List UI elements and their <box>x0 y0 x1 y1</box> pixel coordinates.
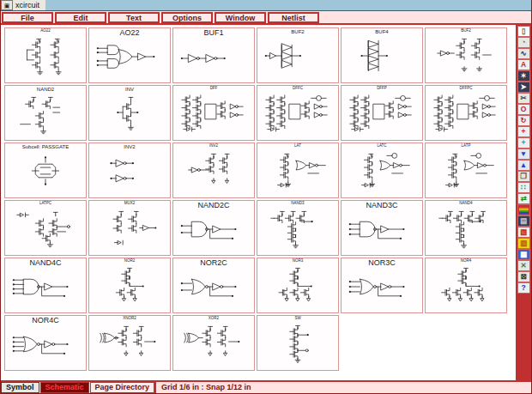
push-icon[interactable]: ▼ <box>517 149 530 160</box>
pop-icon[interactable]: ▲ <box>517 160 530 171</box>
window-title: xcircuit <box>13 0 45 10</box>
mode-button-page-directory[interactable]: Page Directory <box>90 382 155 393</box>
borders-icon[interactable]: ▤ <box>517 215 530 227</box>
xnor2s-schematic-drawing <box>91 321 168 364</box>
latc-schematic-drawing <box>427 149 505 191</box>
fill-icon[interactable]: ▧ <box>517 227 530 238</box>
library-cell-dffp[interactable]: DFFP <box>341 85 423 141</box>
menu-netlist[interactable]: Netlist <box>268 12 319 23</box>
library-cell-buf4[interactable]: BUF4 <box>341 27 423 83</box>
text-icon[interactable]: A <box>517 59 530 70</box>
library-cell-subcell-passgate[interactable]: Subcell: PASSGATE <box>4 142 87 198</box>
mux2-schematic-drawing <box>91 206 168 249</box>
toolbar: ▯◔∿A✶➤✂O↻++▼▲❐∷⇄▤▧▥▦✕⊠? <box>516 25 531 380</box>
pagedir-icon[interactable]: ▦ <box>517 249 530 260</box>
delete-icon[interactable]: ✂ <box>517 93 530 104</box>
latc-schematic-drawing <box>343 149 420 191</box>
titlebar: ▣ xcircuit <box>1 0 531 11</box>
library-cell-inv[interactable]: INV <box>88 85 171 141</box>
cell-label: NAND4C <box>29 259 61 267</box>
xcircuit-window: ▣ xcircuit FileEditTextOptionsWindowNetl… <box>0 0 532 394</box>
library-cell-dff[interactable]: DFF <box>172 85 255 141</box>
copy-icon[interactable]: ❐ <box>517 171 530 182</box>
lat-schematic-drawing <box>259 149 336 191</box>
colors-icon[interactable] <box>517 204 530 215</box>
titlebar-drag-strip[interactable] <box>45 0 531 10</box>
cell-label: NOR4C <box>32 317 59 324</box>
library-cell-lat[interactable]: LAT <box>257 142 339 198</box>
library-cell-buf1[interactable]: BUF1 <box>172 27 255 83</box>
nand3s-schematic-drawing <box>259 206 336 249</box>
library-cell-ao22[interactable]: AO22 <box>88 27 171 83</box>
menu-text[interactable]: Text <box>108 12 160 23</box>
flip-vertical-icon[interactable]: + <box>517 137 530 149</box>
library-cell-nand3c[interactable]: NAND3C <box>341 200 423 256</box>
dffc-schematic-drawing <box>343 91 420 134</box>
cell-label: NAND2C <box>197 202 229 209</box>
invs-schematic-drawing <box>91 92 168 135</box>
menu-window[interactable]: Window <box>215 12 266 23</box>
ao22g-schematic-drawing <box>91 37 168 80</box>
library-cell-mux2[interactable]: MUX2 <box>88 200 171 256</box>
library-cell-nor3[interactable]: NOR3 <box>257 258 339 313</box>
library-cell-nand2c[interactable]: NAND2C <box>172 200 255 256</box>
nor3c-schematic-drawing <box>343 267 420 310</box>
yank-icon[interactable]: ✕ <box>517 260 530 271</box>
library-cell-nand2[interactable]: NAND2 <box>4 85 87 141</box>
mode-button-schematic[interactable]: Schematic <box>40 382 89 393</box>
library-cell-nand4c[interactable]: NAND4C <box>4 258 87 313</box>
library-cell-latpc[interactable]: LATPC <box>4 200 87 256</box>
library-cell-ao22[interactable]: AO22 <box>4 27 87 83</box>
library-cell-dffpc[interactable]: DFFPC <box>425 85 507 141</box>
library-cell-inv2[interactable]: INV2 <box>88 142 171 198</box>
library-cell-xor2[interactable]: XOR2 <box>172 315 255 371</box>
polygon-icon[interactable]: ✶ <box>517 70 530 82</box>
library-cell-inv2[interactable]: INV2 <box>172 142 255 198</box>
library-cell-nand3[interactable]: NAND3 <box>257 200 339 256</box>
move-icon[interactable]: ➤ <box>517 82 530 93</box>
library-canvas[interactable]: AO22AO22BUF1BUF2BUF4BUF2NAND2INVDFFDFFCD… <box>1 25 516 380</box>
library-cell-latp[interactable]: LATP <box>425 142 507 198</box>
window-menu-icon[interactable]: ▣ <box>1 0 13 10</box>
library-cell-nor4[interactable]: NOR4 <box>425 258 507 313</box>
library-cell-nand4[interactable]: NAND4 <box>425 200 507 256</box>
nor4c-schematic-drawing <box>7 324 84 367</box>
library-cell-dffc[interactable]: DFFC <box>257 85 339 141</box>
flip-horizontal-icon[interactable]: + <box>517 126 530 137</box>
spline-icon[interactable]: ∿ <box>517 48 530 59</box>
library-cell-nor3c[interactable]: NOR3C <box>341 258 423 313</box>
latpc-schematic-drawing <box>7 206 84 249</box>
library-cell-nor2c[interactable]: NOR2C <box>172 258 255 313</box>
library-cell-buf2[interactable]: BUF2 <box>425 27 507 83</box>
buf2-schematic-drawing <box>259 34 336 77</box>
buf1-schematic-drawing <box>175 37 252 80</box>
buf4-schematic-drawing <box>343 34 420 77</box>
library-icon[interactable]: ▥ <box>517 238 530 249</box>
library-cell-buf2[interactable]: BUF2 <box>257 27 339 83</box>
rotate-icon[interactable]: ↻ <box>517 115 530 126</box>
dffc-schematic-drawing <box>259 91 336 134</box>
library-cell-sw[interactable]: SW <box>257 315 339 371</box>
library-cell-nor2[interactable]: NOR2 <box>88 258 171 313</box>
join-icon[interactable]: ∷ <box>517 182 530 193</box>
menu-options[interactable]: Options <box>161 12 213 23</box>
pan-icon[interactable]: ◔ <box>517 37 530 48</box>
cell-label: AO22 <box>119 29 139 37</box>
mode-button-symbol[interactable]: Symbol <box>1 382 39 393</box>
library-cell-nor4c[interactable]: NOR4C <box>4 315 87 371</box>
xor2s-schematic-drawing <box>175 321 252 364</box>
menu-file[interactable]: File <box>2 12 53 23</box>
cut-icon[interactable]: ⊠ <box>517 271 530 282</box>
status-message: Grid 1/6 in : Snap 1/12 in <box>154 382 531 393</box>
help-icon[interactable]: ? <box>517 282 530 294</box>
unjoin-icon[interactable]: ⇄ <box>517 193 530 204</box>
library-cell-xnor2[interactable]: XNOR2 <box>88 315 171 371</box>
ellipse-icon[interactable]: O <box>517 104 530 115</box>
menubar: FileEditTextOptionsWindowNetlist <box>1 11 531 25</box>
cell-label: NAND3C <box>366 202 397 209</box>
page-icon[interactable]: ▯ <box>517 26 530 37</box>
library-cell-latc[interactable]: LATC <box>341 142 423 198</box>
inv2-schematic-drawing <box>91 149 168 192</box>
menu-edit[interactable]: Edit <box>55 12 106 23</box>
nor2c-schematic-drawing <box>175 267 252 310</box>
